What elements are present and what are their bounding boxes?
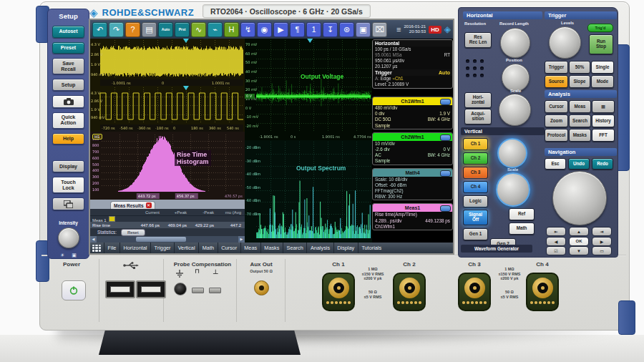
- setup-button[interactable]: Setup: [52, 79, 84, 91]
- source-button[interactable]: Source: [545, 75, 568, 88]
- esc-button[interactable]: Esc: [545, 158, 566, 170]
- gen1-button[interactable]: Gen 1: [463, 228, 488, 240]
- menu-item-horizontal[interactable]: Horizontal: [119, 243, 150, 253]
- trigger-icon[interactable]: ↯: [240, 22, 255, 37]
- window-arrange-button[interactable]: [52, 197, 84, 210]
- trigger-level-knob[interactable]: [549, 26, 581, 59]
- menu-item-meas[interactable]: Meas: [240, 243, 260, 253]
- help-icon[interactable]: ?: [125, 22, 140, 37]
- run-stop-button[interactable]: Run Stop: [589, 34, 613, 54]
- signal-box-math4[interactable]: Math4Scale: 10 dB/divOffset: -60 dBmFFTm…: [372, 168, 453, 201]
- menu-item-search[interactable]: Search: [283, 243, 306, 253]
- signal-off-button[interactable]: Signal Off: [463, 210, 488, 225]
- close-icon[interactable]: ✕: [146, 202, 152, 208]
- waveform-panel-ch1-zoom[interactable]: [90, 39, 245, 86]
- trigger-menu-button[interactable]: Trigger: [545, 61, 568, 74]
- screenshot-button[interactable]: [52, 95, 84, 108]
- minimize-icon[interactable]: [440, 99, 451, 105]
- channel-button-3[interactable]: Ch 3: [463, 167, 488, 179]
- help-button[interactable]: Help: [52, 133, 84, 145]
- redo-icon[interactable]: ↷: [109, 22, 124, 37]
- print-icon[interactable]: ▣: [356, 22, 371, 37]
- channel-button-4[interactable]: Ch 4: [463, 181, 488, 193]
- meas-results-tab[interactable]: Meas Results ✕: [110, 201, 155, 209]
- acquisition-button[interactable]: Acqui- sition: [464, 109, 492, 124]
- play-icon[interactable]: ▶: [273, 22, 288, 37]
- minimize-icon[interactable]: [440, 134, 451, 141]
- slope-button[interactable]: Slope: [569, 75, 590, 88]
- aux-out-connector[interactable]: [254, 280, 269, 295]
- nav-key-4[interactable]: OK: [569, 237, 589, 246]
- navigation-knob[interactable]: [552, 171, 607, 225]
- save-recall-button[interactable]: Save Recall: [52, 58, 84, 74]
- v-position-knob[interactable]: [497, 138, 527, 168]
- math-button[interactable]: Math: [509, 222, 535, 235]
- undo-icon[interactable]: ↶: [92, 22, 107, 37]
- logic-button[interactable]: Logic: [463, 195, 488, 207]
- analysis-button-zoom[interactable]: Zoom: [545, 114, 568, 127]
- touch-lock-button[interactable]: Touch Lock: [52, 177, 84, 193]
- menu-item-masks[interactable]: Masks: [260, 243, 283, 253]
- channel-button-1[interactable]: Ch 1: [463, 138, 488, 150]
- signal-box-header[interactable]: Math4: [373, 169, 452, 177]
- analysis-button-masks[interactable]: Masks: [569, 129, 591, 142]
- one-icon[interactable]: 1: [306, 22, 321, 37]
- analysis-button-search[interactable]: Search: [569, 114, 591, 127]
- menu-item-cursor[interactable]: Cursor: [218, 243, 240, 253]
- bnc-connector-ch4[interactable]: [526, 273, 559, 311]
- menu-item-vertical[interactable]: Vertical: [174, 243, 198, 253]
- signal-box-meas1[interactable]: Meas1Rise time(Amp/Time)4.289.. ps/div44…: [372, 203, 453, 230]
- usb-port-1[interactable]: [105, 280, 135, 298]
- fifty-percent-button[interactable]: 50%: [569, 61, 590, 74]
- hd-mode-icon[interactable]: H: [224, 22, 239, 37]
- usb-port-2[interactable]: [136, 280, 166, 298]
- signal-box-header[interactable]: Ch2Wfm1: [373, 133, 452, 141]
- probe-comp-pin-2[interactable]: [209, 288, 221, 293]
- meas-scrollbar[interactable]: ◀ ▶: [90, 236, 245, 243]
- autoset-icon[interactable]: Auto: [158, 22, 173, 37]
- nav-key-3[interactable]: ◀: [546, 237, 566, 246]
- star-icon[interactable]: ⊛: [339, 22, 354, 37]
- analysis-button-meas[interactable]: Meas: [569, 100, 591, 113]
- bnc-connector-ch1[interactable]: [322, 273, 355, 311]
- signal-box-header[interactable]: Ch1Wfm1: [373, 97, 452, 105]
- output-spectrum-panel[interactable]: Output Spectrum: [245, 140, 372, 243]
- apps-menu-icon[interactable]: [92, 245, 101, 252]
- analysis-button-[interactable]: ▦: [592, 100, 615, 113]
- menu-item-file[interactable]: File: [104, 243, 119, 253]
- waveform-icon[interactable]: ∿: [191, 22, 206, 37]
- scroll-thumb[interactable]: [136, 237, 186, 242]
- horizontal-menu-button[interactable]: Hori- zontal: [464, 92, 492, 108]
- preset-icon[interactable]: Prst: [175, 22, 190, 37]
- signal-box-ch1wfm1[interactable]: Ch1Wfm1480 mV/div0 div1.9 VDC 50ΩBW: 4 G…: [372, 97, 453, 129]
- settings-sliders-icon[interactable]: ≡: [396, 25, 401, 34]
- power-button[interactable]: [62, 280, 86, 300]
- nav-key-6[interactable]: ☑: [546, 246, 566, 255]
- intensity-knob[interactable]: [58, 228, 79, 248]
- display-button[interactable]: Display: [52, 160, 84, 172]
- signal-box-header[interactable]: Meas1: [373, 204, 452, 212]
- nav-key-0[interactable]: ⇤: [546, 227, 566, 236]
- reset-button[interactable]: Reset: [121, 229, 145, 236]
- analysis-button-fft[interactable]: FFT: [592, 129, 615, 142]
- nav-key-2[interactable]: ⇥: [592, 227, 612, 236]
- open-file-icon[interactable]: ▤: [142, 22, 157, 37]
- h-scale-knob[interactable]: [499, 94, 531, 126]
- menu-item-analysis[interactable]: Analysis: [306, 243, 333, 253]
- quick-action-button[interactable]: Quick Action: [52, 112, 84, 129]
- menu-item-trigger[interactable]: Trigger: [150, 243, 174, 253]
- delete-icon[interactable]: ⌧: [372, 22, 387, 37]
- mode-button[interactable]: Mode: [591, 75, 614, 88]
- analysis-button-history[interactable]: History: [592, 114, 615, 127]
- autoset-button[interactable]: Autoset: [52, 26, 84, 38]
- ref-button[interactable]: Ref: [509, 208, 535, 220]
- bnc-connector-ch3[interactable]: [458, 273, 491, 311]
- signal-box-ch2wfm1[interactable]: Ch2Wfm110 mV/div-2.6 div0 VACBW: 4 GHzSa…: [372, 132, 453, 165]
- h-position-knob[interactable]: [502, 64, 530, 92]
- probe-comp-pin-1[interactable]: [192, 288, 204, 293]
- cursor-icon[interactable]: ↧: [323, 22, 338, 37]
- undo-button[interactable]: Undo: [568, 158, 590, 170]
- resolution-knob[interactable]: [500, 28, 530, 58]
- menu-item-tutorials[interactable]: Tutorials: [358, 243, 385, 253]
- histogram-panel[interactable]: H1 Rise Time Histogram: [90, 132, 245, 200]
